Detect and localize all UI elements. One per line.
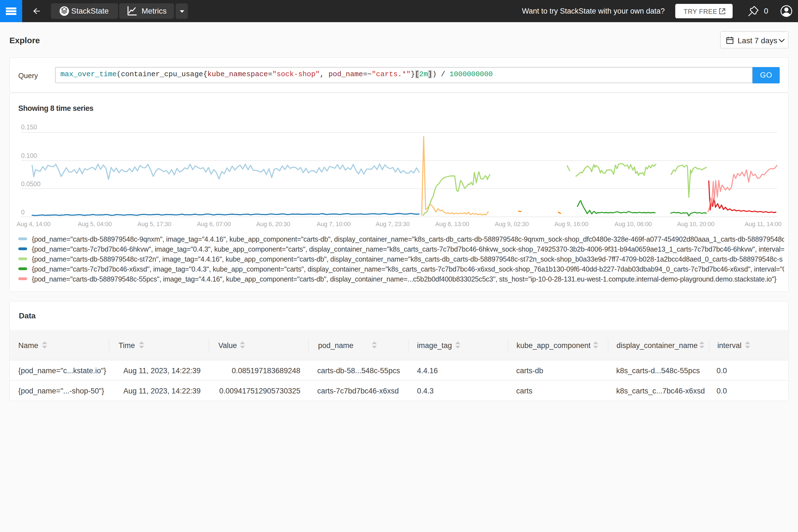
svg-text:0.100: 0.100 [21,152,37,159]
svg-text:0: 0 [21,209,25,216]
svg-text:Aug 9, 16:00: Aug 9, 16:00 [554,221,588,227]
svg-text:Aug 10, 06:00: Aug 10, 06:00 [614,221,652,227]
svg-text:Aug 11, 14:00: Aug 11, 14:00 [745,221,782,227]
svg-text:Aug 7, 10:00: Aug 7, 10:00 [317,221,350,227]
svg-text:Aug 6, 20:30: Aug 6, 20:30 [256,221,290,227]
svg-text:Aug 10, 20:00: Aug 10, 20:00 [677,221,714,227]
svg-text:Aug 5, 04:00: Aug 5, 04:00 [78,221,112,227]
svg-text:Aug 9, 02:30: Aug 9, 02:30 [495,221,529,227]
svg-text:Aug 5, 17:30: Aug 5, 17:30 [137,221,171,227]
svg-text:0.150: 0.150 [21,124,37,131]
svg-text:Aug 4, 14:00: Aug 4, 14:00 [17,221,51,227]
svg-text:Aug 6, 07:00: Aug 6, 07:00 [197,221,231,227]
svg-text:0.0500: 0.0500 [21,180,40,188]
svg-text:Aug 7, 23:30: Aug 7, 23:30 [376,221,410,227]
svg-text:Aug 8, 13:00: Aug 8, 13:00 [435,221,469,227]
